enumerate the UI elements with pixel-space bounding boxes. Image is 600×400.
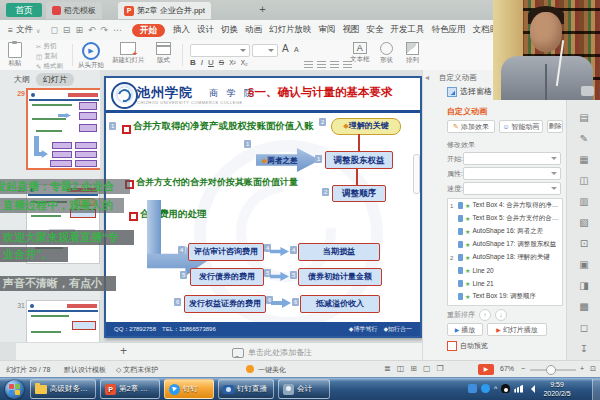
- new-slide-button[interactable]: 新建幻灯片: [112, 42, 145, 65]
- slide[interactable]: 池州学院 商 学 院 CHIZHOU UNIVERSITY COMMERCE C…: [104, 76, 422, 338]
- selection-pane-icon[interactable]: ◫: [577, 174, 591, 188]
- smart-animation-button[interactable]: ☺ 智能动画: [499, 120, 543, 133]
- mindmap-pane-icon[interactable]: ◻: [577, 321, 591, 335]
- taskbar-item-dingtalk[interactable]: 钉钉: [164, 379, 214, 399]
- play-animation-button[interactable]: ▶ 播放: [447, 323, 483, 336]
- download-pane-icon[interactable]: ↧: [577, 342, 591, 356]
- arrange-button[interactable]: 排列: [406, 42, 419, 65]
- qrcode-pane-icon[interactable]: ▩: [577, 300, 591, 314]
- tab-home[interactable]: 开始: [132, 24, 165, 37]
- home-tab[interactable]: 首页: [6, 3, 42, 17]
- tab-outline[interactable]: 大纲: [14, 74, 30, 85]
- italic-button[interactable]: I: [201, 58, 203, 67]
- show-desktop-button[interactable]: [592, 379, 600, 400]
- notes-bar[interactable]: + 单击此处添加备注: [16, 342, 422, 361]
- selection-pane-button[interactable]: 选择窗格: [447, 86, 492, 97]
- tab-slides[interactable]: 幻灯片: [36, 73, 74, 86]
- delete-effect-button[interactable]: 删除: [547, 120, 563, 133]
- redo-icon[interactable]: ↷: [101, 25, 109, 35]
- slide-thumbnail-29[interactable]: [26, 88, 102, 170]
- font-shrink-button[interactable]: A: [294, 46, 299, 53]
- taskbar-item-course-folder[interactable]: 高级财务会计学: [30, 379, 96, 399]
- animation-list-item[interactable]: 1★Text Box 4: 合并方取得的净资...: [448, 199, 562, 212]
- align-center-icon[interactable]: [317, 60, 326, 68]
- animation-list-item[interactable]: ★AutoShape 16: 两者之差: [448, 225, 562, 238]
- add-effect-button[interactable]: ✎ 添加效果: [447, 120, 495, 133]
- font-grow-button[interactable]: A: [282, 43, 289, 54]
- tab-design[interactable]: 设计: [197, 24, 214, 36]
- tray-app-icon[interactable]: [468, 384, 477, 393]
- zoom-slider-knob[interactable]: [546, 365, 556, 375]
- undo-icon[interactable]: ↶: [88, 25, 96, 35]
- smartart-pane-icon[interactable]: ◨: [577, 279, 591, 293]
- animation-list-item[interactable]: 2★AutoShape 18: 理解的关键: [448, 251, 562, 264]
- material-pane-icon[interactable]: ▧: [577, 216, 591, 230]
- document-tab[interactable]: P 第2章 企业合并.ppt: [118, 2, 211, 19]
- slideshow-button[interactable]: ▶ 幻灯片播放: [487, 323, 547, 336]
- tab-animation[interactable]: 动画: [245, 24, 262, 36]
- start-select[interactable]: [463, 152, 561, 165]
- fit-window-button[interactable]: ⊡: [590, 365, 596, 373]
- animation-list-item[interactable]: ★Text Box 5: 合并方支付的合并...: [448, 212, 562, 225]
- reading-view-icon[interactable]: ▢: [423, 364, 431, 373]
- add-slide-button[interactable]: +: [120, 344, 127, 358]
- tab-view[interactable]: 视图: [343, 24, 360, 36]
- move-down-button[interactable]: ↓: [495, 309, 507, 321]
- text-box-button[interactable]: A 文本框: [350, 42, 370, 64]
- copy-button[interactable]: ◫ 复制: [36, 52, 57, 61]
- superscript-button[interactable]: X²: [229, 59, 236, 66]
- paste-button[interactable]: 粘贴: [8, 42, 22, 68]
- tab-security[interactable]: 安全: [367, 24, 384, 36]
- screenshot-pane-icon[interactable]: ⊡: [577, 237, 591, 251]
- file-menu[interactable]: ≡ 文件 ∨: [8, 24, 40, 36]
- tab-review[interactable]: 审阅: [319, 24, 336, 36]
- new-tab-button[interactable]: +: [256, 3, 269, 16]
- volume-icon[interactable]: [527, 385, 535, 393]
- start-button[interactable]: [5, 380, 24, 399]
- zoom-out-button[interactable]: −: [521, 365, 525, 372]
- zoom-level[interactable]: 67%: [500, 365, 514, 372]
- sorter-view-icon[interactable]: ⊞: [410, 364, 417, 373]
- canvas-scrollbar[interactable]: [413, 154, 420, 194]
- align-left-icon[interactable]: [304, 60, 313, 68]
- animation-list-item[interactable]: ★AutoShape 17: 调整股东权益: [448, 238, 562, 251]
- animation-list-item[interactable]: ★Text Box 19: 调整顺序: [448, 290, 562, 303]
- taskbar-item-dingtalk-live[interactable]: 钉钉直播: [218, 379, 274, 399]
- shapes-button[interactable]: 形状: [380, 42, 393, 65]
- webcam-video[interactable]: [493, 0, 600, 100]
- move-up-button[interactable]: ↑: [479, 309, 491, 321]
- animation-list[interactable]: 1★Text Box 4: 合并方取得的净资... ★Text Box 5: 合…: [447, 198, 563, 306]
- tab-developer[interactable]: 开发工具: [391, 24, 425, 36]
- webcam-control-button[interactable]: [581, 86, 594, 96]
- tray-qq-icon[interactable]: [501, 384, 510, 393]
- align-right-icon[interactable]: [330, 60, 339, 68]
- network-icon[interactable]: [514, 385, 523, 393]
- tray-expand-icon[interactable]: ^: [494, 385, 497, 392]
- slide-thumbnail-31[interactable]: [26, 300, 100, 344]
- taskbar-item-presentation[interactable]: P 第2章 企业合并.p...: [100, 379, 160, 399]
- tab-transition[interactable]: 切换: [221, 24, 238, 36]
- taskbar-item-accounting-chat[interactable]: 会计: [278, 379, 330, 399]
- cut-button[interactable]: ✂ 剪切: [36, 42, 56, 51]
- tab-slideshow[interactable]: 幻灯片放映: [269, 24, 312, 36]
- edit-pane-icon[interactable]: ✎: [577, 132, 591, 146]
- collapse-panel-icon[interactable]: ◂: [425, 73, 429, 82]
- layout-button[interactable]: 版式: [156, 42, 171, 65]
- preview-icon[interactable]: ⊞: [75, 25, 83, 35]
- animation-list-item[interactable]: ★Line 21: [448, 277, 562, 290]
- style-pane-icon[interactable]: ▤: [577, 111, 591, 125]
- subscript-button[interactable]: X₂: [241, 59, 248, 66]
- play-from-start-button[interactable]: ▶ 从头开始: [78, 42, 104, 70]
- table-pane-icon[interactable]: ▦: [577, 153, 591, 167]
- font-size-select[interactable]: [252, 44, 278, 57]
- zoom-in-button[interactable]: +: [580, 365, 584, 372]
- tray-dingtalk-icon[interactable]: [481, 384, 490, 393]
- property-select[interactable]: [463, 167, 561, 180]
- chart-pane-icon[interactable]: ▥: [577, 195, 591, 209]
- bold-button[interactable]: B: [190, 58, 196, 67]
- animation-list-item[interactable]: ★Line 20: [448, 264, 562, 277]
- strike-button[interactable]: S: [219, 58, 224, 67]
- save-icon[interactable]: ◻: [50, 25, 57, 35]
- more-icon[interactable]: ⋯: [113, 25, 122, 35]
- font-family-select[interactable]: [190, 44, 250, 57]
